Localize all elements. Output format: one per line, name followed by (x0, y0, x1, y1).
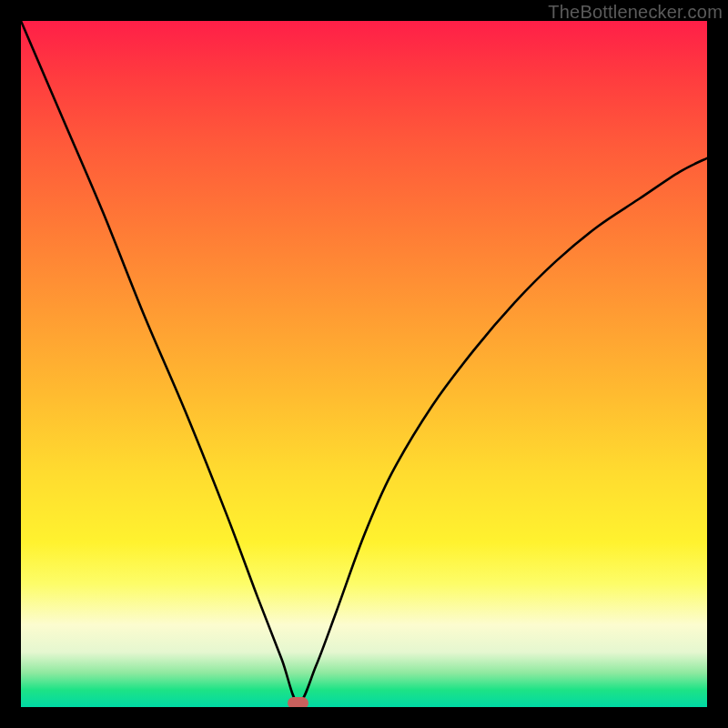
watermark-text: TheBottlenecker.com (548, 2, 723, 23)
bottleneck-curve (21, 21, 707, 707)
plot-frame (21, 21, 707, 707)
optimal-point-marker (288, 697, 308, 707)
